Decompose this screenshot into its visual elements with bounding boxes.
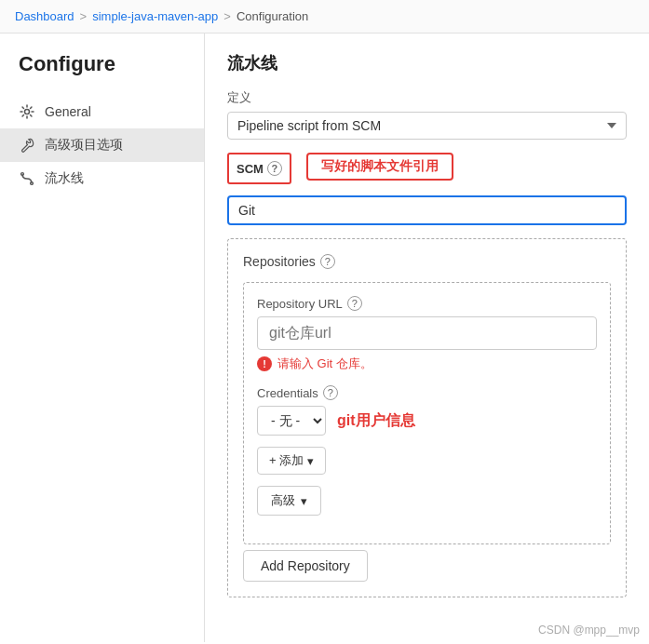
sidebar-item-pipeline[interactable]: 流水线 bbox=[0, 162, 204, 195]
repositories-header: Repositories ? bbox=[243, 254, 611, 269]
sidebar-item-advanced[interactable]: 高级项目选项 bbox=[0, 128, 204, 162]
sidebar: Configure General 高级项目选项 bbox=[0, 34, 205, 642]
error-icon: ! bbox=[257, 356, 272, 371]
credentials-annotation: git用户信息 bbox=[337, 411, 415, 431]
breadcrumb-current: Configuration bbox=[237, 9, 308, 23]
repo-url-help-icon[interactable]: ? bbox=[347, 296, 362, 311]
scm-label: SCM ? bbox=[227, 153, 291, 184]
repository-inner-box: Repository URL ? ! 请输入 Git 仓库。 Credentia… bbox=[243, 282, 611, 544]
add-credentials-button[interactable]: + 添加 ▾ bbox=[257, 447, 326, 475]
advanced-button[interactable]: 高级 ▾ bbox=[257, 486, 321, 516]
repo-url-label: Repository URL ? bbox=[257, 296, 597, 311]
wrench-icon bbox=[19, 137, 35, 154]
repo-url-input[interactable] bbox=[257, 316, 597, 350]
sidebar-item-general[interactable]: General bbox=[0, 95, 204, 128]
repositories-box: Repositories ? Repository URL ? ! 请输入 Gi… bbox=[227, 238, 627, 597]
scm-git-select[interactable]: Git bbox=[227, 195, 627, 225]
gear-icon bbox=[19, 103, 35, 120]
watermark: CSDN @mpp__mvp bbox=[538, 624, 640, 637]
breadcrumb-app[interactable]: simple-java-maven-app bbox=[92, 9, 218, 23]
repositories-help-icon[interactable]: ? bbox=[320, 254, 335, 269]
svg-point-0 bbox=[25, 110, 30, 114]
sidebar-item-advanced-label: 高级项目选项 bbox=[45, 137, 123, 154]
definition-label: 定义 bbox=[227, 89, 627, 106]
scm-help-icon[interactable]: ? bbox=[267, 161, 282, 176]
definition-select[interactable]: Pipeline script from SCM bbox=[227, 112, 627, 140]
repo-url-error: ! 请输入 Git 仓库。 bbox=[257, 356, 597, 372]
sidebar-item-pipeline-label: 流水线 bbox=[45, 170, 84, 187]
add-repository-button[interactable]: Add Repository bbox=[243, 550, 368, 582]
credentials-help-icon[interactable]: ? bbox=[323, 385, 338, 400]
credentials-select[interactable]: - 无 - bbox=[257, 406, 326, 436]
main-layout: Configure General 高级项目选项 bbox=[0, 34, 649, 642]
credentials-row: - 无 - git用户信息 bbox=[257, 406, 597, 436]
flow-icon bbox=[19, 170, 35, 187]
sidebar-item-general-label: General bbox=[45, 104, 91, 119]
breadcrumb-dashboard[interactable]: Dashboard bbox=[15, 9, 74, 23]
sidebar-title: Configure bbox=[0, 52, 204, 95]
credentials-label: Credentials ? bbox=[257, 385, 597, 400]
breadcrumb-sep-2: > bbox=[223, 9, 231, 23]
section-title: 流水线 bbox=[227, 52, 627, 74]
content-area: 流水线 定义 Pipeline script from SCM SCM ? 写好… bbox=[205, 34, 649, 642]
scm-annotation: 写好的脚本文件引用 bbox=[306, 153, 453, 181]
breadcrumb-sep-1: > bbox=[80, 9, 88, 23]
breadcrumb: Dashboard > simple-java-maven-app > Conf… bbox=[0, 0, 649, 34]
